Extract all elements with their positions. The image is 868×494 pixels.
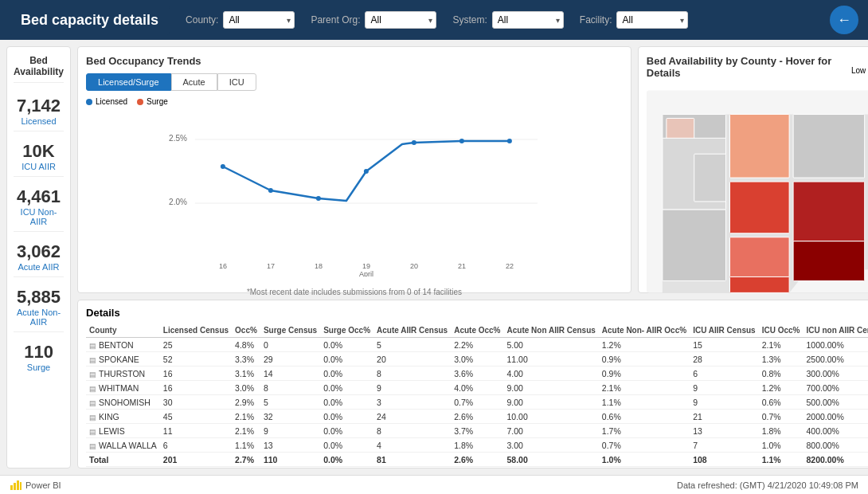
- expand-icon[interactable]: ▤: [89, 442, 96, 450]
- expand-icon[interactable]: ▤: [89, 370, 96, 378]
- system-label: System:: [452, 14, 487, 25]
- cell-acute_non_aiir_occ: 0.7%: [599, 438, 690, 453]
- details-panel: Details County Licensed Census Occ% Surg…: [77, 300, 868, 469]
- cell-icu_non_aiir: 800.00%: [803, 438, 868, 453]
- cell-acute_aiir: 8: [373, 424, 451, 438]
- cell-occ: 4.8%: [232, 338, 260, 352]
- expand-icon[interactable]: ▤: [89, 385, 96, 393]
- table-row: ▤BENTON254.8%00.0%52.2%5.001.2%152.1%100…: [86, 338, 868, 352]
- cell-occ: 2.7%: [232, 453, 260, 467]
- svg-rect-28: [793, 241, 865, 281]
- svg-rect-26: [729, 276, 789, 292]
- svg-rect-41: [17, 480, 19, 490]
- cell-county: ▤SNOHOMISH: [86, 395, 160, 410]
- cell-icu_aiir: 108: [690, 453, 759, 467]
- table-row: ▤THURSTON163.1%140.0%83.6%4.000.9%60.8%3…: [86, 367, 868, 381]
- county-filter-group: County: All: [186, 11, 295, 29]
- parent-org-select[interactable]: All: [365, 11, 436, 29]
- page-title: Bed capacity details: [10, 6, 170, 35]
- metric-licensed: 7,142 Licensed: [14, 91, 64, 131]
- cell-county: ▤THURSTON: [86, 367, 160, 381]
- parent-org-select-wrapper: All: [365, 11, 436, 29]
- cell-acute_non_aiir: 4.00: [504, 367, 599, 381]
- cell-licensed_census: 52: [160, 352, 232, 367]
- chart-panel: Bed Occupancy Trends Licensed/Surge Acut…: [77, 46, 631, 293]
- cell-surge_occ: 0.0%: [320, 352, 373, 367]
- surge-dot: [137, 99, 143, 105]
- main-content: Bed Availability 7,142 Licensed 10K ICU …: [0, 40, 868, 475]
- col-icu-occ: ICU Occ%: [759, 323, 803, 338]
- svg-text:2.0%: 2.0%: [169, 198, 187, 206]
- chart-note: *Most recent date includes submissions f…: [86, 288, 623, 296]
- table-body: ▤BENTON254.8%00.0%52.2%5.001.2%152.1%100…: [86, 338, 868, 467]
- right-area: Bed Occupancy Trends Licensed/Surge Acut…: [77, 46, 868, 469]
- svg-text:17: 17: [267, 262, 275, 270]
- licensed-dot: [86, 99, 92, 105]
- svg-rect-40: [14, 483, 16, 490]
- cell-icu_aiir: 9: [690, 395, 759, 410]
- cell-icu_non_aiir: 1000.00%: [803, 338, 868, 352]
- cell-occ: 1.1%: [232, 438, 260, 453]
- cell-occ: 2.9%: [232, 395, 260, 410]
- cell-acute_occ: 2.2%: [451, 338, 503, 352]
- acute-non-aiir-value: 5,885: [17, 287, 61, 308]
- col-acute-aiir: Acute AIIR Census: [373, 323, 451, 338]
- cell-surge_census: 14: [260, 367, 320, 381]
- svg-rect-42: [20, 482, 22, 490]
- legend-licensed-label: Licensed: [96, 97, 127, 106]
- expand-icon[interactable]: ▤: [89, 342, 96, 350]
- tab-acute[interactable]: Acute: [171, 73, 217, 91]
- cell-surge_occ: 0.0%: [320, 395, 373, 410]
- cell-acute_aiir: 8: [373, 367, 451, 381]
- acute-aiir-value: 3,062: [17, 241, 61, 262]
- parent-org-label: Parent Org:: [311, 14, 360, 25]
- table-row: ▤SPOKANE523.3%290.0%203.0%11.000.9%281.3…: [86, 352, 868, 367]
- expand-icon[interactable]: ▤: [89, 428, 96, 436]
- system-select-wrapper: All: [492, 11, 564, 29]
- map-header: Bed Availability by County - Hover for D…: [647, 55, 868, 85]
- system-select[interactable]: All: [492, 11, 564, 29]
- cell-licensed_census: 16: [160, 367, 232, 381]
- chart-legend: Licensed Surge: [86, 97, 623, 106]
- cell-icu_occ: 0.6%: [759, 395, 803, 410]
- cell-surge_census: 9: [260, 424, 320, 438]
- licensed-value: 7,142: [17, 96, 61, 116]
- svg-rect-38: [694, 154, 726, 202]
- details-table: County Licensed Census Occ% Surge Census…: [86, 323, 868, 467]
- cell-licensed_census: 25: [160, 338, 232, 352]
- cell-icu_non_aiir: 2500.00%: [803, 352, 868, 367]
- cell-acute_occ: 3.0%: [451, 352, 503, 367]
- cell-occ: 3.1%: [232, 367, 260, 381]
- cell-county: ▤LEWIS: [86, 424, 160, 438]
- county-select[interactable]: All: [223, 11, 295, 29]
- facility-select[interactable]: All: [616, 11, 688, 29]
- system-filter-group: System: All: [452, 11, 563, 29]
- cell-surge_census: 8: [260, 381, 320, 395]
- cell-icu_non_aiir: 8200.00%: [803, 453, 868, 467]
- footer: Power BI Data refreshed: (GMT) 4/21/2020…: [0, 475, 868, 494]
- cell-occ: 3.0%: [232, 381, 260, 395]
- parent-org-filter-group: Parent Org: All: [311, 11, 436, 29]
- expand-icon[interactable]: ▤: [89, 356, 96, 364]
- cell-licensed_census: 16: [160, 381, 232, 395]
- expand-icon[interactable]: ▤: [89, 414, 96, 421]
- back-button[interactable]: ←: [830, 6, 858, 34]
- powerbi-label: Power BI: [25, 480, 61, 490]
- cell-acute_occ: 4.0%: [451, 381, 503, 395]
- table-row: ▤KING452.1%320.0%242.6%10.000.6%210.7%20…: [86, 410, 868, 424]
- table-row: ▤WALLA WALLA61.1%130.0%41.8%3.000.7%71.0…: [86, 438, 868, 453]
- expand-icon[interactable]: ▤: [89, 399, 96, 407]
- cell-acute_occ: 2.6%: [451, 453, 503, 467]
- chart-title: Bed Occupancy Trends: [86, 55, 623, 67]
- cell-icu_occ: 1.1%: [759, 453, 803, 467]
- powerbi-logo: Power BI: [10, 479, 61, 492]
- svg-rect-27: [793, 182, 865, 241]
- tab-licensed-surge[interactable]: Licensed/Surge: [86, 73, 170, 91]
- cell-acute_aiir: 20: [373, 352, 451, 367]
- cell-acute_occ: 0.7%: [451, 395, 503, 410]
- col-icu-aiir: ICU AIIR Census: [690, 323, 759, 338]
- cell-icu_occ: 0.7%: [759, 410, 803, 424]
- tab-icu[interactable]: ICU: [217, 73, 256, 91]
- cell-surge_occ: 0.0%: [320, 367, 373, 381]
- table-row: ▤SNOHOMISH302.9%50.0%30.7%9.001.1%90.6%5…: [86, 395, 868, 410]
